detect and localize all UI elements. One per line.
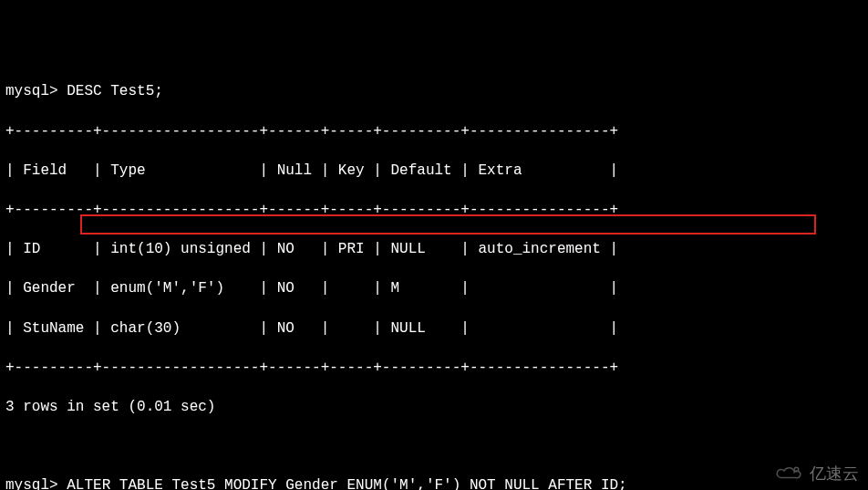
result-footer: 3 rows in set (0.01 sec) — [5, 398, 863, 418]
mysql-prompt: mysql> — [5, 477, 58, 490]
prompt-line-alter[interactable]: mysql> ALTER TABLE Test5 MODIFY Gender E… — [5, 476, 863, 490]
cloud-icon — [773, 464, 806, 484]
table-row: | Gender | enum('M','F') | NO | | M | | — [5, 279, 863, 299]
table-border: +---------+------------------+------+---… — [5, 122, 863, 142]
command-alter: ALTER TABLE Test5 MODIFY Gender ENUM('M'… — [67, 477, 627, 490]
watermark: 亿速云 — [773, 463, 859, 485]
command-desc1: DESC Test5; — [67, 83, 163, 99]
mysql-prompt: mysql> — [5, 83, 58, 99]
table-row: | StuName | char(30) | NO | | NULL | | — [5, 319, 863, 339]
prompt-line-desc1[interactable]: mysql> DESC Test5; — [5, 82, 863, 102]
blank-line — [5, 437, 863, 457]
table-border: +---------+------------------+------+---… — [5, 201, 863, 221]
svg-point-0 — [794, 467, 799, 472]
table-border: +---------+------------------+------+---… — [5, 359, 863, 379]
table-header: | Field | Type | Null | Key | Default | … — [5, 162, 863, 182]
table-row: | ID | int(10) unsigned | NO | PRI | NUL… — [5, 240, 863, 260]
watermark-text: 亿速云 — [810, 463, 859, 485]
